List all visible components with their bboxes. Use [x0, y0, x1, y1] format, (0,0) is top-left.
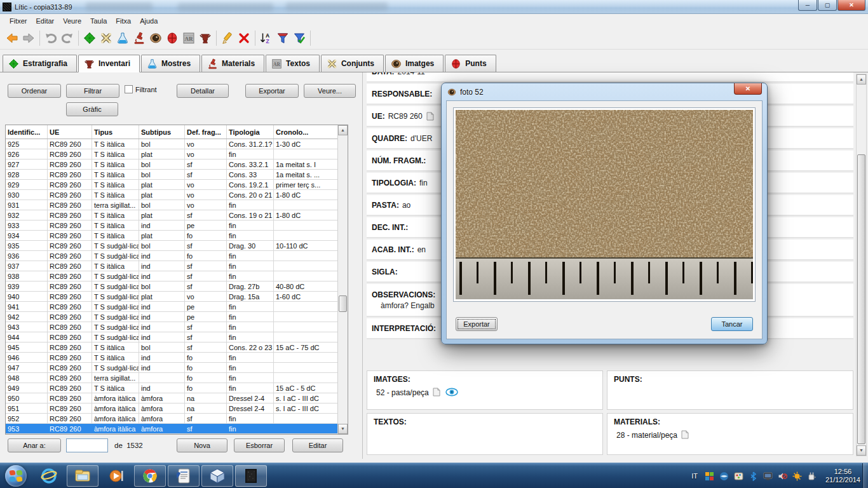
esborrar-button[interactable]: Esborrar — [234, 438, 285, 452]
table-row[interactable]: 927RC89 260T S itàlicabolsfCons. 33.2.11… — [6, 159, 337, 170]
dialog-tancar-button[interactable]: Tancar — [711, 317, 753, 331]
power-tray-icon[interactable] — [807, 471, 817, 481]
antivirus-tray-icon[interactable] — [705, 471, 715, 481]
goto-record-input[interactable] — [66, 438, 108, 452]
table-row[interactable]: 948RC89 260terra sigillat...fofin — [6, 373, 337, 383]
dialog-exportar-button[interactable]: Exportar — [456, 317, 498, 331]
conjunts-bones-icon[interactable] — [98, 30, 114, 46]
media-player-icon[interactable] — [100, 465, 132, 487]
scroll-up-button[interactable]: ▲ — [857, 74, 866, 85]
table-row[interactable]: 953RC89 260àmfora itàlicaàmforasffin — [6, 424, 337, 434]
table-row[interactable]: 934RC89 260T S itàlicaplatfofin — [6, 231, 337, 241]
taskbar-clock[interactable]: 12:56 21/12/2014 — [825, 468, 860, 484]
table-scrollbar[interactable]: ▲ ▼ — [337, 125, 348, 434]
inventari-urn-icon[interactable] — [197, 30, 214, 46]
table-row[interactable]: 929RC89 260T S itàlicaplatvoCons. 19.2.1… — [6, 180, 337, 190]
scroll-up-button[interactable]: ▲ — [338, 125, 348, 135]
volume-muted-tray-icon[interactable] — [778, 471, 788, 481]
column-header[interactable]: Subtipus — [139, 125, 185, 139]
table-row[interactable]: 932RC89 260T S itàlicaplatsfCons. 19 o 2… — [6, 210, 337, 220]
filter-funnel-icon[interactable] — [275, 30, 291, 46]
table-row[interactable]: 938RC89 260T S sudgàl·licaindsffin — [6, 271, 337, 281]
table-row[interactable]: 930RC89 260T S itàlicaplatvoCons. 20 o 2… — [6, 190, 337, 200]
internet-explorer-icon[interactable] — [33, 465, 65, 487]
document-icon[interactable] — [426, 112, 434, 121]
textos-texture-icon[interactable]: AR — [180, 30, 197, 46]
menu-editar[interactable]: Editar — [32, 16, 59, 26]
table-row[interactable]: 944RC89 260T S sudgàl·licaindsffin — [6, 332, 337, 342]
tab-imatges[interactable]: Imatges — [385, 55, 444, 72]
menu-ajuda[interactable]: Ajuda — [135, 16, 162, 26]
close-button[interactable]: ✕ — [837, 0, 865, 11]
scrollbar-thumb[interactable] — [857, 154, 865, 444]
table-row[interactable]: 941RC89 260T S sudgàl·licaindpefin — [6, 302, 337, 312]
scroll-down-button[interactable]: ▼ — [857, 445, 866, 456]
table-row[interactable]: 942RC89 260T S sudgàl·licaindpefin — [6, 312, 337, 322]
virtualbox-icon[interactable] — [201, 465, 233, 487]
scrollbar-thumb[interactable] — [339, 295, 347, 312]
writer-icon[interactable] — [168, 465, 200, 487]
start-button[interactable] — [5, 465, 27, 487]
graphics-tray-icon[interactable] — [734, 471, 744, 481]
filtrant-checkbox[interactable] — [125, 85, 133, 93]
menu-fitxer[interactable]: Fitxer — [5, 16, 32, 26]
view-image-icon[interactable] — [445, 388, 458, 396]
table-row[interactable]: 943RC89 260T S sudgàl·licaindsffin — [6, 322, 337, 332]
show-desktop-button[interactable] — [862, 463, 868, 488]
grafic-button[interactable]: Gràfic — [66, 102, 118, 116]
document-icon[interactable] — [433, 388, 440, 396]
table-row[interactable]: 952RC89 260àmfora itàlicaàmforasffin — [6, 414, 337, 424]
maximize-button[interactable]: ▢ — [818, 0, 837, 11]
redo-icon[interactable] — [59, 30, 76, 46]
ordenar-button[interactable]: Ordenar — [8, 84, 61, 98]
document-icon[interactable] — [681, 430, 689, 439]
table-row[interactable]: 945RC89 260T S itàlicabolsfCons. 22 o 23… — [6, 342, 337, 353]
column-header[interactable]: Tipus — [92, 125, 139, 139]
undo-icon[interactable] — [43, 30, 59, 46]
table-row[interactable]: 947RC89 260T S sudgàl·licaindfofin — [6, 363, 337, 373]
tab-textos[interactable]: ARTextos — [266, 55, 320, 72]
table-row[interactable]: 939RC89 260T S sudgàl·licabolsfDrag. 27b… — [6, 281, 337, 292]
detallar-button[interactable]: Detallar — [177, 84, 229, 98]
filter-funnel-check-icon[interactable] — [291, 30, 308, 46]
column-header[interactable]: Def. frag... — [185, 125, 227, 139]
updates-tray-icon[interactable] — [792, 471, 803, 481]
bluetooth-tray-icon[interactable] — [749, 471, 759, 481]
language-indicator[interactable]: IT — [691, 472, 698, 480]
mostres-flask-icon[interactable] — [114, 30, 131, 46]
display-tray-icon[interactable] — [763, 471, 773, 481]
table-row[interactable]: 926RC89 260T S itàlicaplatvofin — [6, 149, 337, 159]
scroll-down-button[interactable]: ▼ — [338, 424, 348, 434]
delete-x-icon[interactable] — [236, 30, 252, 46]
column-header[interactable]: Identific... — [6, 125, 48, 139]
litic-app-icon[interactable] — [235, 465, 267, 487]
table-row[interactable]: 931RC89 260terra sigillat...bolvofin — [6, 200, 337, 210]
imatges-camera-icon[interactable] — [147, 30, 164, 46]
detail-scrollbar[interactable]: ▲ ▼ — [856, 74, 867, 456]
minimize-button[interactable]: ─ — [798, 0, 817, 11]
punts-point-icon[interactable] — [164, 30, 180, 46]
tab-materials[interactable]: Materials — [201, 55, 264, 72]
table-row[interactable]: 937RC89 260T S itàlicaindsffin — [6, 261, 337, 271]
tab-punts[interactable]: Punts — [445, 55, 496, 72]
table-row[interactable]: 940RC89 260T S sudgàl·licaplatvoDrag. 15… — [6, 292, 337, 302]
table-row[interactable]: 949RC89 260T S itàlicaindfofin15 aC - 5 … — [6, 383, 337, 393]
menu-fitxa[interactable]: Fitxa — [111, 16, 135, 26]
column-header[interactable]: Tipologia — [227, 125, 274, 139]
table-row[interactable]: 950RC89 260àmfora itàlicaàmforanaDressel… — [6, 393, 337, 403]
veure-button[interactable]: Veure... — [304, 84, 356, 98]
tab-mostres[interactable]: Mostres — [141, 55, 200, 72]
table-row[interactable]: 928RC89 260T S itàlicabolsfCons. 331a me… — [6, 170, 337, 180]
table-row[interactable]: 935RC89 260T S sudgàl·licabolsfDrag. 301… — [6, 241, 337, 251]
anar-a-button[interactable]: Anar a: — [8, 438, 61, 452]
edit-pencil-icon[interactable] — [219, 30, 236, 46]
column-header[interactable]: Cronolo... — [274, 125, 327, 139]
table-row[interactable]: 951RC89 260àmfora itàlicaàmforanaDressel… — [6, 403, 337, 414]
menu-taula[interactable]: Taula — [86, 16, 111, 26]
windows-explorer-icon[interactable] — [67, 465, 98, 487]
table-row[interactable]: 925RC89 260T S itàlicabolvoCons. 31.2.1?… — [6, 139, 337, 149]
sort-az-icon[interactable]: AZ — [258, 30, 275, 46]
tab-conjunts[interactable]: Conjunts — [321, 55, 384, 72]
back-arrow-icon[interactable] — [4, 30, 20, 46]
table-row[interactable]: 946RC89 260T S itàlicaindfofin — [6, 353, 337, 363]
